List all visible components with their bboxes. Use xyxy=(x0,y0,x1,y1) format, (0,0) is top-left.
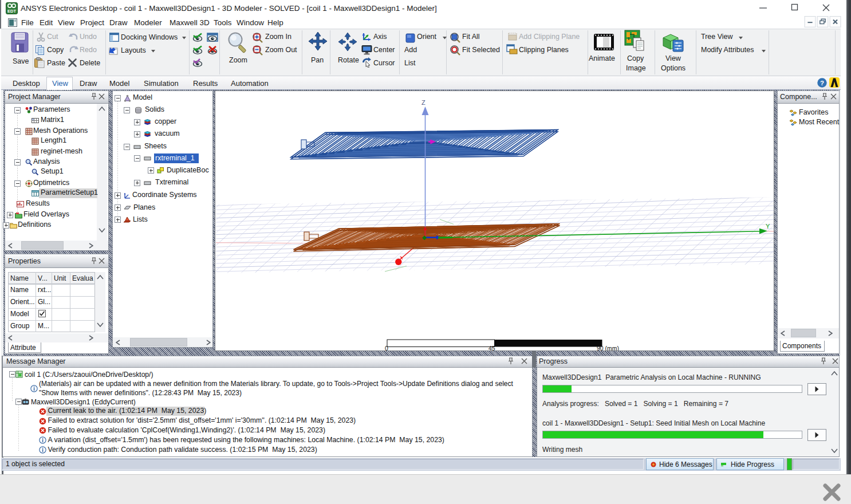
svg-text:EDT: EDT xyxy=(7,9,16,14)
svg-text:45: 45 xyxy=(488,345,495,351)
svg-text:?: ? xyxy=(820,80,824,86)
svg-text:Y: Y xyxy=(766,223,770,230)
svg-text:0: 0 xyxy=(385,345,388,351)
svg-text:Z: Z xyxy=(421,99,426,106)
svg-text:90 (mm): 90 (mm) xyxy=(597,345,619,351)
